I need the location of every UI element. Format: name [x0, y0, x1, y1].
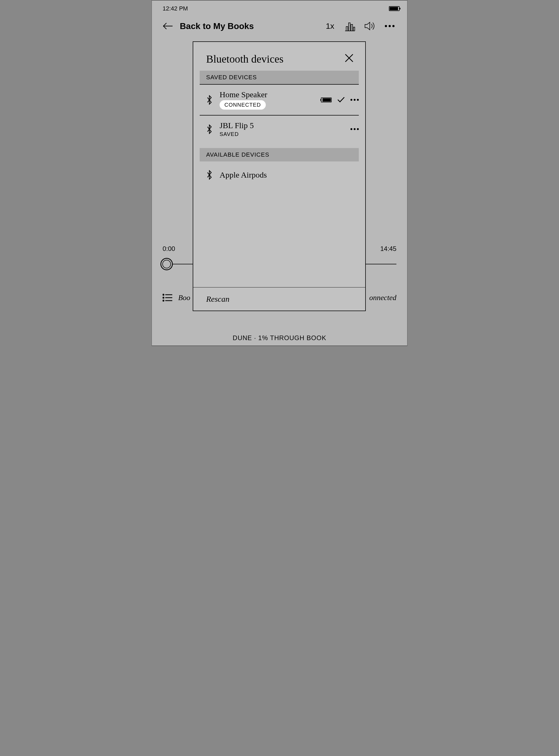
device-name: Home Speaker [220, 90, 316, 99]
scrubber-thumb[interactable] [160, 258, 173, 270]
equalizer-icon[interactable] [343, 19, 357, 33]
svg-point-2 [163, 297, 164, 298]
bluetooth-icon [204, 170, 215, 180]
device-row[interactable]: Apple Airpods [193, 161, 365, 188]
section-available-devices: AVAILABLE DEVICES [200, 148, 359, 161]
time-elapsed: 0:00 [163, 245, 175, 253]
toolbar: Back to My Books 1x [152, 14, 407, 36]
check-icon [337, 96, 345, 104]
device-more-icon[interactable] [351, 128, 359, 130]
back-label[interactable]: Back to My Books [180, 21, 317, 31]
modal-title: Bluetooth devices [206, 53, 284, 65]
bluetooth-modal: Bluetooth devices SAVED DEVICES Home Spe… [193, 41, 366, 311]
playback-speed-button[interactable]: 1x [323, 19, 337, 33]
rescan-button[interactable]: Rescan [193, 287, 365, 311]
device-name: Apple Airpods [220, 170, 359, 180]
toc-icon[interactable] [163, 294, 172, 302]
device-name: JBL Flip 5 [220, 121, 345, 130]
device-status-badge: CONNECTED [220, 100, 266, 110]
clock: 12:42 PM [163, 5, 188, 12]
device-row[interactable]: Home Speaker CONNECTED [193, 85, 365, 115]
device-status: SAVED [220, 131, 345, 137]
section-saved-devices: SAVED DEVICES [200, 71, 359, 84]
status-bar: 12:42 PM [152, 1, 407, 14]
svg-point-4 [163, 300, 164, 301]
device-row[interactable]: JBL Flip 5 SAVED [193, 116, 365, 143]
bluetooth-icon [204, 124, 215, 134]
screen: 12:42 PM Back to My Books 1x 0:00 14:45 [152, 0, 407, 346]
device-more-icon[interactable] [351, 99, 359, 101]
battery-icon [389, 6, 400, 11]
back-arrow-icon[interactable] [163, 22, 173, 30]
bluetooth-icon [204, 95, 215, 105]
more-icon[interactable] [383, 19, 396, 33]
time-remaining: 14:45 [380, 245, 396, 253]
progress-caption: DUNE · 1% THROUGH BOOK [152, 334, 407, 342]
svg-point-0 [163, 294, 164, 296]
bottom-left-text: Boo [178, 293, 190, 302]
device-battery-icon [321, 97, 332, 102]
close-icon[interactable] [344, 53, 355, 63]
volume-icon[interactable] [363, 19, 377, 33]
bottom-right-text: onnected [369, 293, 396, 302]
